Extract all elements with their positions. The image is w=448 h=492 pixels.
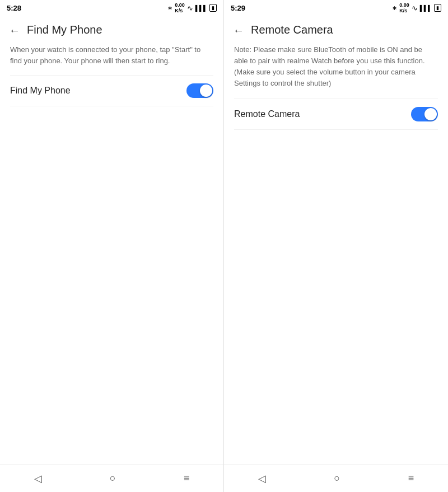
right-nav-home[interactable]: ○ [334,472,340,484]
right-wifi-icon: ∿ [412,4,418,12]
right-nav-back[interactable]: ◁ [258,472,266,485]
right-nav-menu[interactable]: ≡ [408,472,414,484]
right-back-button[interactable]: ← [233,25,244,36]
left-status-bar: 5:28 ∗ 0.00K/s ∿ ▌▌▌ ▮ [0,0,223,16]
battery-icon: ▮ [209,4,217,12]
left-description: When your watch is connected to your pho… [0,42,223,75]
right-signal-icon: ▌▌▌ [420,5,432,11]
left-nav-menu[interactable]: ≡ [184,472,190,484]
left-nav-home[interactable]: ○ [110,472,116,484]
right-phone-panel: 5:29 ∗ 0.00K/s ∿ ▌▌▌ ▮ ← Remote Camera N… [224,0,448,492]
left-setting-row: Find My Phone [0,76,223,106]
right-header: ← Remote Camera [224,16,448,42]
right-status-bar: 5:29 ∗ 0.00K/s ∿ ▌▌▌ ▮ [224,0,448,16]
right-setting-label: Remote Camera [234,109,300,119]
right-toggle[interactable] [411,107,438,121]
bluetooth-icon: ∗ [167,4,172,12]
data-speed-icon: 0.00K/s [175,2,185,13]
left-back-button[interactable]: ← [9,25,20,36]
left-status-icons: ∗ 0.00K/s ∿ ▌▌▌ ▮ [167,2,217,13]
wifi-icon: ∿ [187,4,193,12]
right-status-icons: ∗ 0.00K/s ∿ ▌▌▌ ▮ [392,2,441,13]
right-nav-bar: ◁ ○ ≡ [224,464,448,492]
left-setting-label: Find My Phone [10,86,71,96]
right-note-text: Note: Please make sure BlueTooth of mobi… [224,42,448,99]
right-setting-row: Remote Camera [224,99,448,129]
right-status-time: 5:29 [231,4,245,12]
left-nav-bar: ◁ ○ ≡ [0,464,223,492]
left-phone-panel: 5:28 ∗ 0.00K/s ∿ ▌▌▌ ▮ ← Find My Phone W… [0,0,224,492]
left-toggle[interactable] [186,83,213,98]
left-divider-bottom [10,106,213,106]
left-status-time: 5:28 [7,4,21,12]
right-data-speed-icon: 0.00K/s [399,2,409,13]
left-page-title: Find My Phone [27,24,102,36]
signal-icon: ▌▌▌ [195,5,207,11]
right-battery-icon: ▮ [434,4,441,12]
left-nav-back[interactable]: ◁ [34,472,42,485]
right-bluetooth-icon: ∗ [392,4,397,12]
left-header: ← Find My Phone [0,16,223,42]
right-page-title: Remote Camera [251,24,333,36]
right-divider-bottom [234,129,438,130]
